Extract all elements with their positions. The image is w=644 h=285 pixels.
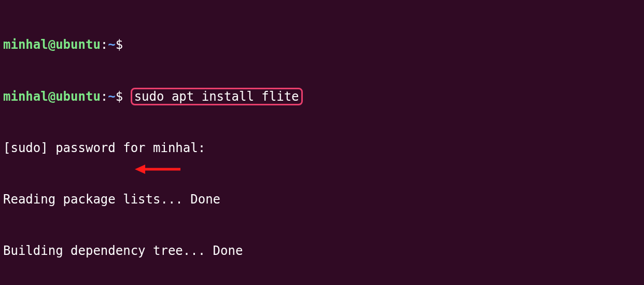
- prompt-path: ~: [108, 37, 115, 52]
- output-line: Reading package lists... Done: [3, 191, 641, 208]
- prompt-dollar: $: [116, 37, 123, 52]
- prompt-user: minhal@ubuntu: [3, 37, 101, 52]
- prompt-line-1: minhal@ubuntu:~$: [3, 36, 641, 53]
- svg-marker-1: [135, 165, 145, 174]
- highlighted-command: sudo apt install flite: [131, 88, 303, 105]
- prompt-dollar: $: [116, 89, 123, 104]
- prompt-user: minhal@ubuntu: [3, 89, 101, 104]
- output-line: [sudo] password for minhal:: [3, 140, 641, 157]
- prompt-sep: :: [101, 37, 108, 52]
- terminal[interactable]: minhal@ubuntu:~$ minhal@ubuntu:~$ sudo a…: [0, 0, 644, 285]
- prompt-sep: :: [101, 89, 108, 104]
- prompt-line-2: minhal@ubuntu:~$ sudo apt install flite: [3, 88, 641, 105]
- prompt-path: ~: [108, 89, 115, 104]
- annotation-arrow-icon: [135, 163, 180, 175]
- output-line: Building dependency tree... Done: [3, 242, 641, 260]
